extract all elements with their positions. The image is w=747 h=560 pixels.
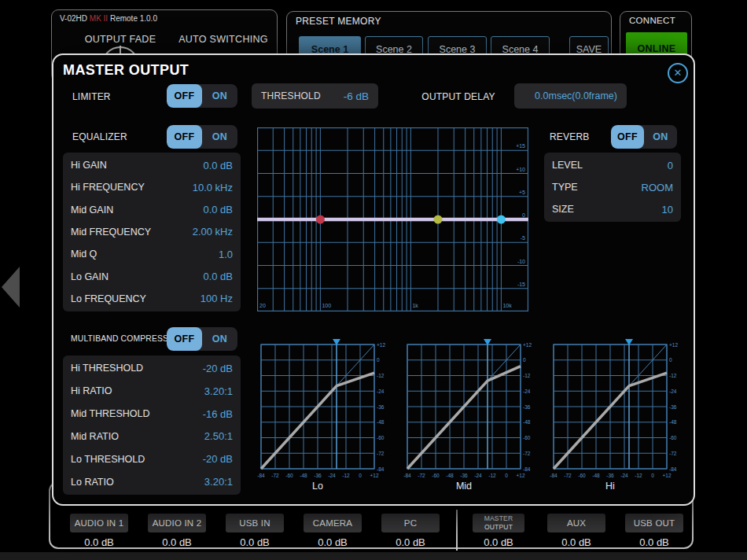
aux-button[interactable]: AUX: [547, 514, 605, 532]
param-row[interactable]: Mid THRESHOLD-16 dB: [63, 403, 241, 426]
reverb-on-button[interactable]: ON: [644, 125, 677, 149]
connect-title: CONNECT: [629, 16, 675, 25]
svg-text:20: 20: [259, 303, 266, 308]
compressor-graph-hi: +120-12-24-36-48-60-72-84-84-72-60-48-36…: [547, 338, 681, 492]
svg-text:-48: -48: [523, 419, 531, 425]
param-row[interactable]: Mid FREQUENCY2.00 kHz: [63, 221, 241, 243]
eq-response-graph[interactable]: +15+10+50-5-10-15201001k10k: [257, 127, 528, 311]
equalizer-off-button[interactable]: OFF: [167, 125, 202, 149]
param-row[interactable]: Mid GAIN0.0 dB: [63, 199, 241, 221]
pc-button[interactable]: PC: [381, 514, 440, 532]
param-row[interactable]: Lo GAIN0.0 dB: [63, 265, 241, 287]
multiband-compressor-params: Hi THRESHOLD-20 dB Hi RATIO3.20:1 Mid TH…: [63, 356, 241, 495]
limiter-on-button[interactable]: ON: [202, 84, 237, 108]
svg-text:0: 0: [377, 357, 380, 363]
svg-text:0: 0: [523, 357, 526, 363]
reverb-off-button[interactable]: OFF: [611, 125, 644, 149]
camera-button[interactable]: CAMERA: [304, 514, 362, 532]
master-output-button[interactable]: MASTER OUTPUT: [473, 514, 524, 532]
svg-text:-72: -72: [669, 451, 677, 456]
device-name: V-02HD: [60, 14, 87, 23]
param-row[interactable]: Hi FREQUENCY10.0 kHz: [63, 176, 241, 198]
svg-text:-48: -48: [592, 473, 600, 478]
param-value: 10.0 kHz: [193, 182, 233, 193]
device-version: Remote 1.0.0: [110, 14, 157, 23]
param-value: 0.0 dB: [203, 204, 233, 216]
param-row[interactable]: LEVEL0: [544, 154, 681, 176]
audio-in-1-level: 0.0 dB: [56, 536, 142, 548]
svg-text:-36: -36: [460, 473, 468, 478]
svg-text:-48: -48: [377, 419, 385, 425]
multiband-on-button[interactable]: ON: [202, 327, 237, 351]
svg-text:10k: 10k: [502, 303, 512, 308]
param-value: ROOM: [642, 182, 673, 193]
param-label: SIZE: [552, 204, 574, 215]
svg-text:-84: -84: [257, 473, 265, 478]
usb-out-button[interactable]: USB OUT: [625, 514, 683, 532]
usb-out-level: 0.0 dB: [611, 536, 697, 548]
svg-text:-84: -84: [523, 466, 531, 472]
param-value: -20 dB: [203, 453, 233, 465]
audio-in-1-button[interactable]: AUDIO IN 1: [70, 514, 129, 532]
svg-text:-24: -24: [474, 473, 482, 478]
svg-text:0: 0: [359, 473, 362, 478]
svg-text:-24: -24: [328, 473, 336, 478]
param-row[interactable]: Hi THRESHOLD-20 dB: [63, 357, 241, 380]
threshold-field[interactable]: THRESHOLD -6 dB: [252, 83, 378, 109]
output-delay-field[interactable]: 0.0msec(0.0frame): [514, 83, 627, 109]
app-version: V-02HD MK II Remote 1.0.0: [60, 14, 157, 23]
svg-text:-5: -5: [521, 235, 525, 241]
param-label: Hi FREQUENCY: [71, 182, 145, 193]
param-value: 10: [662, 204, 673, 216]
param-label: Mid FREQUENCY: [71, 227, 151, 238]
svg-text:-84: -84: [377, 466, 385, 472]
equalizer-label: EQUALIZER: [72, 131, 127, 142]
equalizer-on-button[interactable]: ON: [202, 125, 237, 149]
limiter-off-button[interactable]: OFF: [167, 84, 202, 108]
drawer-handle-icon[interactable]: [2, 267, 20, 308]
svg-text:+12: +12: [669, 342, 678, 348]
reverb-label: REVERB: [550, 131, 590, 142]
audio-in-2-level: 0.0 dB: [134, 536, 220, 548]
svg-text:-72: -72: [564, 473, 572, 478]
svg-text:-10: -10: [517, 259, 525, 264]
multiband-compressor-label: MULTIBAND COMPRESSOR: [71, 334, 181, 343]
param-value: -20 dB: [203, 363, 233, 374]
param-row[interactable]: Lo FREQUENCY100 Hz: [63, 288, 241, 310]
param-row[interactable]: Hi GAIN0.0 dB: [63, 154, 241, 176]
usb-in-button[interactable]: USB IN: [226, 514, 284, 532]
svg-text:-36: -36: [314, 473, 322, 478]
param-label: Mid GAIN: [71, 204, 113, 216]
param-row[interactable]: Lo RATIO3.20:1: [63, 470, 241, 493]
param-label: Mid RATIO: [71, 431, 119, 442]
param-row[interactable]: Mid Q1.0: [63, 243, 241, 265]
app-screen: V-02HD MK II Remote 1.0.0 OUTPUT FADE AU…: [0, 0, 747, 560]
output-fade-label: OUTPUT FADE: [65, 34, 175, 45]
multiband-off-button[interactable]: OFF: [167, 327, 202, 351]
param-row[interactable]: Mid RATIO2.50:1: [63, 425, 241, 448]
svg-text:-36: -36: [523, 404, 531, 410]
svg-text:+12: +12: [516, 473, 524, 478]
svg-text:-36: -36: [606, 473, 614, 478]
multiband-compressor-toggle: OFF ON: [167, 327, 237, 351]
svg-text:0: 0: [505, 473, 508, 478]
svg-text:+10: +10: [516, 167, 525, 172]
svg-text:-12: -12: [488, 473, 496, 478]
param-row[interactable]: SIZE10: [544, 198, 681, 220]
compressor-graph-mid: +120-12-24-36-48-60-72-84-84-72-60-48-36…: [401, 338, 535, 492]
svg-text:-24: -24: [669, 389, 677, 394]
param-row[interactable]: Lo THRESHOLD-20 dB: [63, 448, 241, 470]
channel-audio-in-1: AUDIO IN 1 0.0 dB: [56, 514, 142, 548]
svg-text:-60: -60: [377, 435, 385, 440]
audio-in-2-button[interactable]: AUDIO IN 2: [148, 514, 207, 532]
svg-text:-72: -72: [418, 473, 425, 478]
close-icon[interactable]: ✕: [668, 63, 688, 83]
param-value: 3.20:1: [204, 385, 233, 397]
svg-text:+12: +12: [377, 342, 385, 348]
svg-text:1k: 1k: [412, 303, 418, 308]
equalizer-toggle: OFF ON: [167, 125, 237, 149]
device-mk: MK II: [90, 14, 108, 23]
param-row[interactable]: Hi RATIO3.20:1: [63, 380, 241, 403]
usb-in-level: 0.0 dB: [212, 536, 298, 548]
param-row[interactable]: TYPEROOM: [544, 176, 681, 198]
